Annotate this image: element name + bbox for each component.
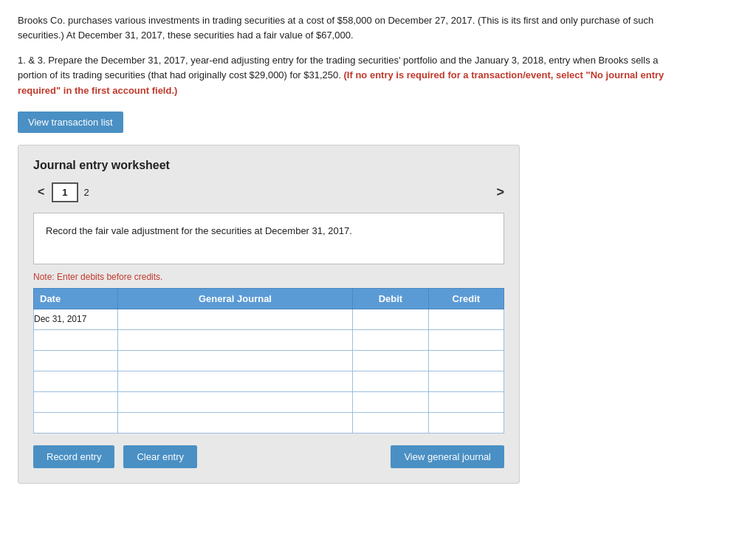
credit-cell-2[interactable] bbox=[428, 329, 504, 350]
table-row bbox=[34, 412, 504, 433]
credit-cell-1[interactable] bbox=[428, 309, 504, 329]
debit-cell-5[interactable] bbox=[353, 391, 428, 412]
general-journal-cell-5[interactable] bbox=[117, 391, 353, 412]
journal-entry-worksheet: Journal entry worksheet < 1 2 > Record t… bbox=[18, 145, 520, 484]
date-cell-4 bbox=[34, 371, 118, 391]
record-entry-button[interactable]: Record entry bbox=[33, 445, 114, 468]
date-cell-3 bbox=[34, 350, 118, 371]
credit-input-4[interactable] bbox=[429, 371, 504, 391]
clear-entry-button[interactable]: Clear entry bbox=[123, 445, 197, 468]
general-journal-input-2[interactable] bbox=[118, 330, 353, 350]
credit-cell-6[interactable] bbox=[428, 412, 504, 433]
table-row bbox=[34, 391, 504, 412]
debit-input-5[interactable] bbox=[353, 392, 427, 412]
note-text: Note: Enter debits before credits. bbox=[33, 272, 504, 282]
debit-cell-2[interactable] bbox=[353, 329, 428, 350]
credit-cell-3[interactable] bbox=[428, 350, 504, 371]
col-header-date: Date bbox=[34, 288, 118, 309]
col-header-general-journal: General Journal bbox=[117, 288, 353, 309]
table-row bbox=[34, 350, 504, 371]
instruction-text: Record the fair vale adjustment for the … bbox=[46, 225, 352, 236]
table-row: Dec 31, 2017 bbox=[34, 309, 504, 329]
general-journal-input-1[interactable] bbox=[118, 309, 353, 329]
problem-paragraph: 1. & 3. Prepare the December 31, 2017, y… bbox=[18, 53, 682, 97]
view-transaction-button[interactable]: View transaction list bbox=[18, 112, 123, 133]
date-cell-1: Dec 31, 2017 bbox=[34, 309, 118, 329]
col-header-credit: Credit bbox=[428, 288, 504, 309]
debit-input-6[interactable] bbox=[353, 413, 427, 433]
credit-input-2[interactable] bbox=[429, 330, 504, 350]
table-row bbox=[34, 371, 504, 391]
general-journal-cell-6[interactable] bbox=[117, 412, 353, 433]
problem-number: 1. & 3. bbox=[18, 55, 46, 66]
general-journal-cell-4[interactable] bbox=[117, 371, 353, 391]
credit-input-5[interactable] bbox=[429, 392, 504, 412]
journal-table: Date General Journal Debit Credit Dec 31… bbox=[33, 288, 504, 433]
button-row: Record entry Clear entry View general jo… bbox=[33, 445, 504, 468]
general-journal-cell-2[interactable] bbox=[117, 329, 353, 350]
debit-input-2[interactable] bbox=[353, 330, 427, 350]
debit-cell-4[interactable] bbox=[353, 371, 428, 391]
general-journal-input-6[interactable] bbox=[118, 413, 353, 433]
tab-next-arrow[interactable]: > bbox=[496, 185, 504, 200]
date-cell-2 bbox=[34, 329, 118, 350]
table-row bbox=[34, 329, 504, 350]
general-journal-input-5[interactable] bbox=[118, 392, 353, 412]
instruction-box: Record the fair vale adjustment for the … bbox=[33, 213, 504, 264]
col-header-debit: Debit bbox=[353, 288, 428, 309]
tab-1[interactable]: 1 bbox=[52, 182, 78, 202]
date-cell-5 bbox=[34, 391, 118, 412]
debit-input-1[interactable] bbox=[353, 309, 427, 329]
worksheet-title: Journal entry worksheet bbox=[33, 159, 504, 172]
credit-input-6[interactable] bbox=[429, 413, 504, 433]
debit-input-4[interactable] bbox=[353, 371, 427, 391]
general-journal-input-4[interactable] bbox=[118, 371, 353, 391]
debit-cell-3[interactable] bbox=[353, 350, 428, 371]
tab-2-label[interactable]: 2 bbox=[84, 187, 89, 198]
general-journal-cell-3[interactable] bbox=[117, 350, 353, 371]
debit-input-3[interactable] bbox=[353, 351, 427, 371]
debit-cell-1[interactable] bbox=[353, 309, 428, 329]
credit-cell-5[interactable] bbox=[428, 391, 504, 412]
credit-cell-4[interactable] bbox=[428, 371, 504, 391]
intro-paragraph: Brooks Co. purchases various investments… bbox=[18, 13, 682, 43]
date-cell-6 bbox=[34, 412, 118, 433]
credit-input-3[interactable] bbox=[429, 351, 504, 371]
general-journal-cell-1[interactable] bbox=[117, 309, 353, 329]
view-general-journal-button[interactable]: View general journal bbox=[391, 445, 504, 468]
tab-prev-arrow[interactable]: < bbox=[33, 184, 49, 200]
debit-cell-6[interactable] bbox=[353, 412, 428, 433]
general-journal-input-3[interactable] bbox=[118, 351, 353, 371]
credit-input-1[interactable] bbox=[429, 309, 504, 329]
tab-navigation: < 1 2 > bbox=[33, 182, 504, 202]
